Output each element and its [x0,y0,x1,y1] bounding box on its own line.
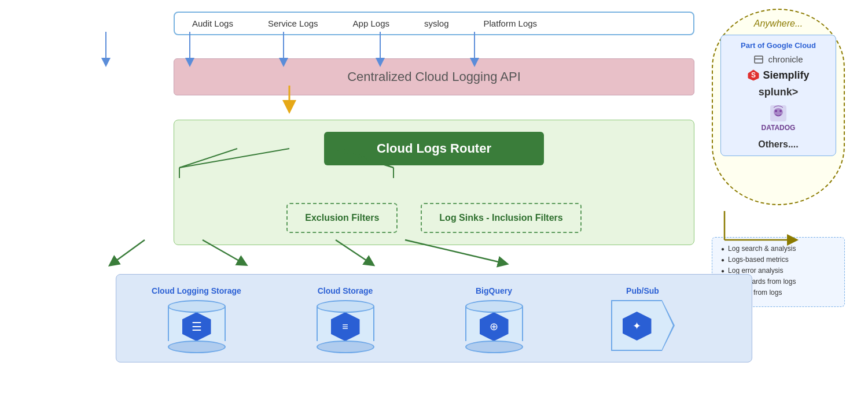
storage-section: Cloud Logging Storage ☰ C [116,274,752,362]
siemplify-icon: S [747,69,760,82]
log-sources-row: Audit Logs Service Logs App Logs syslog … [174,12,694,35]
cloud-storage-cylinder: ≡ [317,300,374,353]
others-label: Others.... [758,139,798,150]
svg-rect-18 [755,56,763,63]
svg-point-24 [775,110,777,112]
log-source-service: Service Logs [268,18,318,28]
cloud-storage-hex-icon: ≡ [331,312,360,341]
bullet-2: ● [721,257,724,263]
bigquery-icon-symbol: ⊕ [490,320,498,333]
svg-text:S: S [751,71,756,79]
feature-item-3: ● Log error analysis [721,267,836,275]
storage-item-bigquery: BigQuery ⊕ [425,286,562,353]
datadog-vendor: DATADOG [762,103,796,132]
bullet-3: ● [721,268,724,274]
svg-point-23 [774,108,783,116]
cloud-logging-cylinder: ☰ [168,300,226,353]
anywhere-label: Anywhere... [754,18,803,29]
cyl-bottom-3 [465,341,523,353]
inclusion-filter-label: Log Sinks - Inclusion Filters [439,213,562,223]
bullet-1: ● [721,246,724,252]
google-cloud-box: Part of Google Cloud chronicle [720,35,836,156]
chronicle-icon [753,55,765,64]
api-bar: Centralized Cloud Logging API [174,58,694,95]
svg-point-25 [779,110,782,112]
inclusion-filter-box: Log Sinks - Inclusion Filters [421,203,581,233]
splunk-label: splunk> [759,86,799,98]
cyl-bottom-1 [168,341,226,353]
datadog-icon [768,103,789,124]
pubsub-shape-container: ✦ [611,300,675,352]
cyl-bottom-2 [317,341,374,353]
log-source-app: App Logs [353,18,389,28]
feature-item-2: ● Logs-based metrics [721,256,836,264]
router-box: Cloud Logs Router [324,132,544,165]
diagram-container: Audit Logs Service Logs App Logs syslog … [0,0,868,407]
log-source-syslog: syslog [424,18,449,28]
log-source-platform: Platform Logs [484,18,538,28]
cyl-top-2 [317,300,374,313]
siemplify-label: Siemplify [763,69,809,82]
exclusion-filter-label: Exclusion Filters [305,213,379,223]
pubsub-hex: ✦ [623,312,652,341]
datadog-label: DATADOG [762,124,796,132]
feature-label-3: Log error analysis [728,267,783,275]
cyl-top-3 [465,300,523,313]
feature-label-2: Logs-based metrics [728,256,789,264]
feature-label-1: Log search & analysis [728,245,796,253]
pubsub-label: Pub/Sub [626,286,659,295]
cloud-storage-icon-symbol: ≡ [342,321,348,333]
storage-item-pubsub: Pub/Sub ✦ [574,286,711,352]
bigquery-cylinder: ⊕ [465,300,523,353]
siemplify-vendor: S Siemplify [747,69,809,82]
api-bar-label: Centralized Cloud Logging API [347,69,521,84]
cloud-logging-icon-symbol: ☰ [192,320,202,334]
pubsub-icon-symbol: ✦ [632,320,641,332]
storage-items: Cloud Logging Storage ☰ C [128,286,711,353]
chronicle-vendor: chronicle [753,54,803,64]
pubsub-hex-icon: ✦ [623,312,652,341]
chronicle-label: chronicle [768,54,803,64]
vendor-logos: chronicle S Siemplify splunk> [728,54,829,150]
anywhere-container: Anywhere... Part of Google Cloud chronic… [712,9,845,205]
part-of-google-label: Part of Google Cloud [728,41,829,50]
cloud-logging-storage-label: Cloud Logging Storage [152,286,241,295]
cyl-top-1 [168,300,226,313]
feature-item-1: ● Log search & analysis [721,245,836,253]
storage-item-cloud-storage: Cloud Storage ≡ [277,286,414,353]
right-panel: Anywhere... Part of Google Cloud chronic… [712,9,856,307]
storage-item-cloud-logging: Cloud Logging Storage ☰ [128,286,265,353]
log-source-audit: Audit Logs [192,18,233,28]
bigquery-hex-icon: ⊕ [480,312,509,341]
exclusion-filter-box: Exclusion Filters [286,203,398,233]
log-sources-box: Audit Logs Service Logs App Logs syslog … [174,12,694,35]
cloud-logging-hex-icon: ☰ [182,312,211,341]
splunk-vendor: splunk> [759,86,799,98]
router-label: Cloud Logs Router [377,141,491,156]
pubsub-triangle-fill [662,302,673,349]
bigquery-label: BigQuery [476,286,512,295]
filter-boxes: Exclusion Filters Log Sinks - Inclusion … [186,203,682,233]
cloud-storage-label: Cloud Storage [318,286,373,295]
router-section: Cloud Logs Router Exclusion Filters Log … [174,120,694,245]
